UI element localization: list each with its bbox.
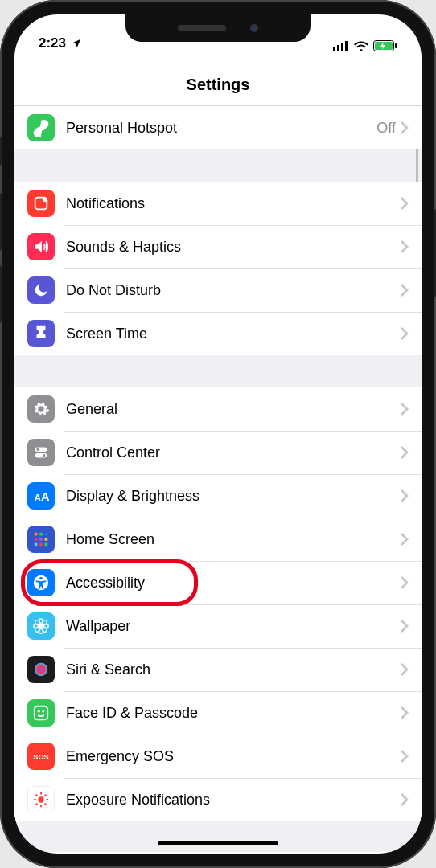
settings-list[interactable]: Personal HotspotOffNotificationsSounds &… bbox=[14, 106, 422, 852]
moon-icon bbox=[27, 276, 55, 304]
svg-point-25 bbox=[39, 577, 43, 580]
hourglass-icon bbox=[27, 320, 55, 347]
settings-row-accessibility[interactable]: Accessibility bbox=[14, 561, 422, 604]
chevron-right-icon bbox=[401, 240, 409, 253]
svg-point-40 bbox=[38, 796, 43, 802]
svg-rect-17 bbox=[45, 533, 48, 536]
row-label: Sounds & Haptics bbox=[66, 239, 401, 256]
chevron-right-icon bbox=[401, 533, 409, 546]
row-label: Accessibility bbox=[66, 575, 401, 592]
settings-row-wallpaper[interactable]: Wallpaper bbox=[14, 604, 422, 648]
settings-row-sos[interactable]: SOSEmergency SOS bbox=[14, 735, 422, 778]
location-icon bbox=[71, 38, 82, 49]
volume-down-button bbox=[0, 265, 2, 323]
row-label: Wallpaper bbox=[66, 618, 401, 635]
screen: 2:23 Settings Personal HotspotOffNotific… bbox=[14, 14, 422, 854]
chevron-right-icon bbox=[401, 446, 409, 459]
grid-icon bbox=[27, 526, 55, 553]
svg-point-37 bbox=[38, 710, 40, 713]
svg-line-45 bbox=[36, 795, 38, 796]
wifi-icon bbox=[354, 41, 368, 51]
chevron-right-icon bbox=[401, 663, 409, 676]
row-label: Notifications bbox=[66, 195, 401, 212]
chevron-right-icon bbox=[401, 327, 409, 340]
svg-text:A: A bbox=[35, 493, 41, 502]
group-separator bbox=[14, 355, 422, 387]
text-size-icon: AA bbox=[27, 482, 55, 510]
settings-row-siri[interactable]: Siri & Search bbox=[14, 648, 422, 691]
row-label: Home Screen bbox=[66, 531, 401, 548]
svg-rect-1 bbox=[337, 45, 339, 51]
toggles-icon bbox=[27, 439, 55, 466]
notification-icon bbox=[27, 190, 55, 217]
chevron-right-icon bbox=[401, 121, 409, 134]
volume-up-button bbox=[0, 193, 2, 251]
gear-icon bbox=[27, 395, 55, 423]
settings-row-control-center[interactable]: Control Center bbox=[14, 431, 422, 474]
settings-row-dnd[interactable]: Do Not Disturb bbox=[14, 268, 422, 312]
chevron-right-icon bbox=[401, 197, 409, 210]
settings-row-notifications[interactable]: Notifications bbox=[14, 182, 422, 225]
group-separator bbox=[14, 149, 422, 182]
svg-rect-15 bbox=[35, 533, 38, 536]
sos-icon: SOS bbox=[27, 743, 55, 770]
svg-rect-36 bbox=[35, 706, 48, 720]
svg-rect-23 bbox=[45, 543, 48, 547]
front-camera bbox=[250, 24, 258, 32]
svg-line-47 bbox=[36, 804, 38, 805]
row-label: Personal Hotspot bbox=[66, 120, 376, 137]
page-title: Settings bbox=[14, 53, 422, 106]
row-value: Off bbox=[376, 120, 396, 137]
settings-row-faceid[interactable]: Face ID & Passcode bbox=[14, 691, 422, 735]
chevron-right-icon bbox=[401, 576, 409, 589]
chevron-right-icon bbox=[401, 284, 409, 297]
settings-row-sounds[interactable]: Sounds & Haptics bbox=[14, 225, 422, 268]
chevron-right-icon bbox=[401, 620, 409, 633]
row-label: Control Center bbox=[66, 444, 401, 461]
svg-line-48 bbox=[45, 795, 47, 796]
svg-rect-0 bbox=[333, 47, 335, 51]
row-label: General bbox=[66, 401, 401, 418]
row-label: Screen Time bbox=[66, 326, 401, 342]
svg-point-12 bbox=[43, 454, 46, 457]
speaker-icon bbox=[27, 233, 55, 260]
svg-rect-6 bbox=[395, 43, 397, 48]
link-icon bbox=[27, 114, 55, 141]
settings-row-exposure[interactable]: Exposure Notifications bbox=[14, 778, 422, 821]
settings-row-general[interactable]: General bbox=[14, 387, 422, 431]
svg-rect-3 bbox=[345, 41, 348, 51]
svg-rect-2 bbox=[341, 43, 343, 51]
flower-icon bbox=[27, 612, 55, 640]
svg-point-8 bbox=[43, 198, 47, 203]
svg-rect-22 bbox=[39, 543, 43, 547]
home-indicator[interactable] bbox=[158, 841, 278, 845]
notch bbox=[125, 14, 311, 42]
settings-row-display[interactable]: AADisplay & Brightness bbox=[14, 474, 422, 518]
mute-switch bbox=[0, 137, 2, 166]
row-label: Siri & Search bbox=[66, 661, 401, 678]
battery-charging-icon bbox=[373, 40, 397, 51]
settings-row-personal-hotspot[interactable]: Personal HotspotOff bbox=[14, 106, 422, 149]
chevron-right-icon bbox=[401, 489, 409, 502]
chevron-right-icon bbox=[401, 793, 409, 806]
settings-row-home-screen[interactable]: Home Screen bbox=[14, 518, 422, 561]
svg-rect-19 bbox=[39, 538, 43, 541]
svg-rect-16 bbox=[39, 533, 43, 536]
row-label: Display & Brightness bbox=[66, 488, 401, 505]
svg-text:SOS: SOS bbox=[33, 753, 48, 761]
svg-rect-20 bbox=[45, 538, 48, 541]
siri-icon bbox=[27, 656, 55, 683]
cell-signal-icon bbox=[333, 41, 349, 51]
chevron-right-icon bbox=[401, 403, 409, 416]
svg-line-46 bbox=[45, 804, 47, 805]
settings-row-screen-time[interactable]: Screen Time bbox=[14, 312, 422, 355]
row-label: Do Not Disturb bbox=[66, 282, 401, 299]
row-label: Emergency SOS bbox=[66, 748, 401, 765]
row-label: Face ID & Passcode bbox=[66, 705, 401, 722]
svg-text:A: A bbox=[41, 490, 50, 503]
row-label: Exposure Notifications bbox=[66, 792, 401, 809]
accessibility-icon bbox=[27, 569, 55, 596]
chevron-right-icon bbox=[401, 750, 409, 763]
svg-point-35 bbox=[35, 663, 48, 677]
svg-rect-21 bbox=[35, 543, 38, 547]
